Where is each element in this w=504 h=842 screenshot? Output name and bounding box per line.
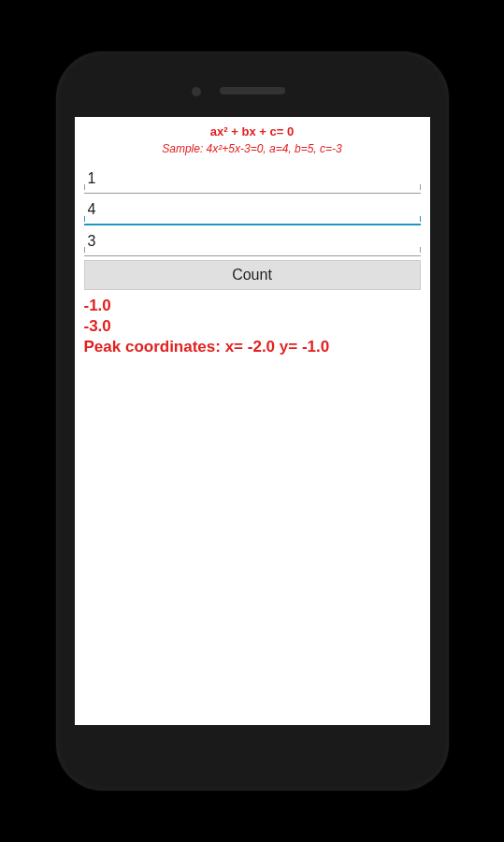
coefficient-b-input[interactable] [84,196,421,225]
coefficient-c-input[interactable] [84,227,421,256]
input-b-wrapper [84,196,421,225]
result-root-1: -1.0 [84,296,421,316]
phone-camera [192,87,201,96]
input-c-wrapper [84,227,421,256]
result-root-2: -3.0 [84,316,421,337]
input-a-wrapper [84,165,421,194]
phone-frame: ax² + bx + c= 0 Sample: 4x²+5x-3=0, a=4,… [56,51,449,791]
app-screen: ax² + bx + c= 0 Sample: 4x²+5x-3=0, a=4,… [75,117,430,725]
formula-title: ax² + bx + c= 0 [84,124,421,138]
phone-speaker [220,87,285,94]
content-area: ax² + bx + c= 0 Sample: 4x²+5x-3=0, a=4,… [75,117,430,365]
sample-text: Sample: 4x²+5x-3=0, a=4, b=5, c=-3 [84,142,421,155]
result-peak: Peak coordinates: x= -2.0 y= -1.0 [84,337,421,357]
coefficient-a-input[interactable] [84,165,421,194]
count-button[interactable]: Count [84,260,421,290]
